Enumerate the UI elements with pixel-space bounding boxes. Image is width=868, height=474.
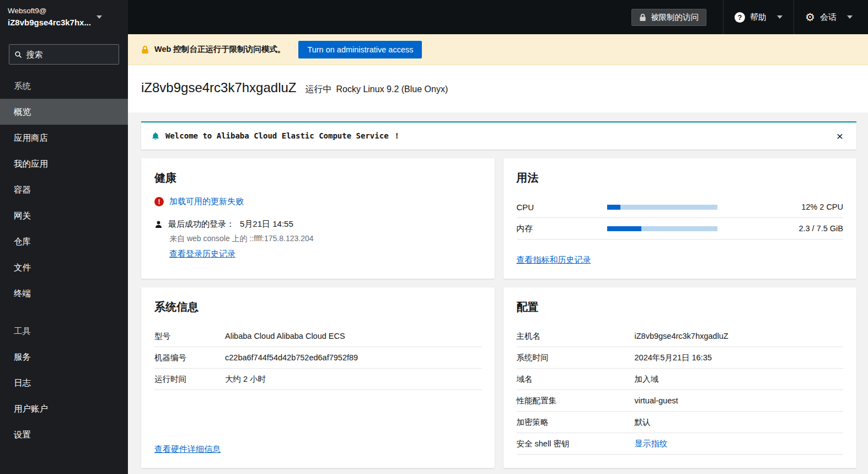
sidebar-item-services[interactable]: 服务 xyxy=(0,344,128,370)
sidebar-item-settings[interactable]: 设置 xyxy=(0,422,128,448)
crypto-policy-value: 默认 xyxy=(635,417,651,428)
hostname-label: 主机名 xyxy=(517,331,635,342)
brand-org: Websoft9@ xyxy=(8,6,91,17)
host-state: 运行中 xyxy=(306,84,332,95)
search-icon xyxy=(15,51,22,58)
masthead: Websoft9@ iZ8vb9gse4rc3k7hx... 被限制的访问 ? … xyxy=(0,0,868,34)
table-row: 机器编号 c22ba6f744f54d42b752ed6af7952f89 xyxy=(154,347,481,369)
sidebar: 系统 概览 应用商店 我的应用 容器 网关 仓库 文件 终端 工具 服务 日志 … xyxy=(0,34,128,474)
page-title: iZ8vb9gse4rc3k7hxgadluZ xyxy=(141,80,297,95)
error-icon: ! xyxy=(154,197,164,206)
table-row: 安全 shell 密钥 显示指纹 xyxy=(517,433,844,455)
uptime-label: 运行时间 xyxy=(154,374,225,385)
memory-label: 内存 xyxy=(517,223,607,234)
cpu-value: 12% 2 CPU xyxy=(801,203,843,211)
lock-icon xyxy=(639,13,646,22)
chevron-down-icon xyxy=(777,15,783,19)
sidebar-item-repository[interactable]: 仓库 xyxy=(0,228,128,254)
sidebar-item-gateway[interactable]: 网关 xyxy=(0,203,128,228)
sidebar-item-logs[interactable]: 日志 xyxy=(0,370,128,396)
usage-card: 用法 CPU 12% 2 CPU 内存 2.3 / 7.5 GiB xyxy=(503,158,857,279)
sidebar-item-terminal[interactable]: 终端 xyxy=(0,280,128,306)
close-icon[interactable]: × xyxy=(833,130,846,142)
hardware-details-link[interactable]: 查看硬件详细信息 xyxy=(154,444,221,454)
system-info-card: 系统信息 型号 Alibaba Cloud Alibaba Cloud ECS … xyxy=(141,287,495,468)
card-grid: 健康 ! 加载可用的更新失败 最后成功的登录： 5月21日 14:55 xyxy=(141,158,856,468)
last-login-time: 5月21日 14:55 xyxy=(240,219,293,230)
machine-id-value: c22ba6f744f54d42b752ed6af7952f89 xyxy=(225,353,358,362)
sidebar-search[interactable] xyxy=(9,44,119,65)
help-icon: ? xyxy=(735,12,745,23)
help-label: 帮助 xyxy=(750,12,767,23)
welcome-alert: Welcome to Alibaba Cloud Elastic Compute… xyxy=(141,121,856,150)
bell-icon xyxy=(151,132,160,141)
config-card: 配置 主机名 iZ8vb9gse4rc3k7hxgadluZ 系统时间 2024… xyxy=(503,287,857,468)
banner-message: Web 控制台正运行于限制访问模式。 xyxy=(154,44,285,55)
last-login-label: 最后成功的登录： xyxy=(168,219,234,230)
memory-progress-bar xyxy=(607,226,717,231)
last-login-block: 最后成功的登录： 5月21日 14:55 来自 web console 上的 :… xyxy=(154,219,481,259)
updates-error-link[interactable]: 加载可用的更新失败 xyxy=(169,196,244,207)
crypto-policy-label: 加密策略 xyxy=(517,417,635,428)
performance-profile-label: 性能配置集 xyxy=(517,396,635,406)
system-info-title: 系统信息 xyxy=(154,300,481,315)
table-row: 性能配置集 virtual-guest xyxy=(517,390,844,412)
system-time-label: 系统时间 xyxy=(517,353,635,363)
limited-access-indicator[interactable]: 被限制的访问 xyxy=(631,9,706,26)
login-history-link[interactable]: 查看登录历史记录 xyxy=(169,249,235,258)
content-area: Welcome to Alibaba Cloud Elastic Compute… xyxy=(128,113,868,474)
health-card: 健康 ! 加载可用的更新失败 最后成功的登录： 5月21日 14:55 xyxy=(141,158,495,279)
table-row: 运行时间 大约 2 小时 xyxy=(154,369,481,390)
show-fingerprints-link[interactable]: 显示指纹 xyxy=(635,439,668,449)
sidebar-item-containers[interactable]: 容器 xyxy=(0,177,128,203)
hostname-value: iZ8vb9gse4rc3k7hxgadluZ xyxy=(635,332,728,340)
nav-section-tools: 工具 xyxy=(0,318,128,344)
alert-message: Welcome to Alibaba Cloud Elastic Compute… xyxy=(165,131,401,141)
memory-value: 2.3 / 7.5 GiB xyxy=(799,224,843,233)
sidebar-item-files[interactable]: 文件 xyxy=(0,254,128,280)
domain-label: 域名 xyxy=(517,374,635,385)
performance-profile-value[interactable]: virtual-guest xyxy=(635,396,678,405)
table-row: 型号 Alibaba Cloud Alibaba Cloud ECS xyxy=(154,326,481,347)
uptime-value: 大约 2 小时 xyxy=(225,374,266,385)
chevron-down-icon xyxy=(97,15,102,19)
turn-on-admin-access-button[interactable]: Turn on administrative access xyxy=(298,41,422,58)
limited-access-banner: Web 控制台正运行于限制访问模式。 Turn on administrativ… xyxy=(128,34,868,65)
nav-section-system: 系统 xyxy=(0,73,128,99)
health-card-title: 健康 xyxy=(154,171,481,185)
main-area: Web 控制台正运行于限制访问模式。 Turn on administrativ… xyxy=(128,34,868,474)
search-input[interactable] xyxy=(26,50,113,59)
sidebar-item-accounts[interactable]: 用户账户 xyxy=(0,396,128,422)
table-row: 主机名 iZ8vb9gse4rc3k7hxgadluZ xyxy=(517,326,844,347)
limited-access-label: 被限制的访问 xyxy=(651,12,699,23)
table-row: 系统时间 2024年5月21日 16:35 xyxy=(517,347,844,369)
system-time-value[interactable]: 2024年5月21日 16:35 xyxy=(635,353,712,363)
model-label: 型号 xyxy=(154,331,225,342)
brand-hostname: iZ8vb9gse4rc3k7hx... xyxy=(8,17,91,29)
metrics-history-link[interactable]: 查看指标和历史记录 xyxy=(517,255,591,264)
cpu-progress-bar xyxy=(607,205,717,210)
cpu-usage-row: CPU 12% 2 CPU xyxy=(517,196,844,218)
ssh-keys-label: 安全 shell 密钥 xyxy=(517,439,635,449)
chevron-down-icon xyxy=(847,15,853,19)
user-icon xyxy=(154,220,163,228)
page-header: iZ8vb9gse4rc3k7hxgadluZ 运行中 Rocky Linux … xyxy=(128,65,868,113)
session-menu[interactable]: ⚙ 会话 xyxy=(794,0,868,34)
table-row: 域名 加入域 xyxy=(517,369,844,390)
login-origin: 来自 web console 上的 ::ffff:175.8.123.204 xyxy=(154,234,481,244)
sidebar-item-app-store[interactable]: 应用商店 xyxy=(0,125,128,151)
cpu-label: CPU xyxy=(517,203,607,212)
model-value: Alibaba Cloud Alibaba Cloud ECS xyxy=(225,332,345,340)
lock-icon xyxy=(141,45,149,54)
session-label: 会话 xyxy=(820,12,837,23)
host-switcher[interactable]: Websoft9@ iZ8vb9gse4rc3k7hx... xyxy=(0,0,128,34)
memory-usage-row: 内存 2.3 / 7.5 GiB xyxy=(517,218,844,239)
join-domain-action[interactable]: 加入域 xyxy=(635,374,659,385)
table-row: 加密策略 默认 xyxy=(517,412,844,433)
help-menu[interactable]: ? 帮助 xyxy=(723,0,794,34)
sidebar-nav: 系统 概览 应用商店 我的应用 容器 网关 仓库 文件 终端 工具 服务 日志 … xyxy=(0,73,128,448)
machine-id-label: 机器编号 xyxy=(154,353,225,363)
sidebar-item-overview[interactable]: 概览 xyxy=(0,99,128,125)
gear-icon: ⚙ xyxy=(805,12,815,23)
sidebar-item-my-apps[interactable]: 我的应用 xyxy=(0,151,128,177)
